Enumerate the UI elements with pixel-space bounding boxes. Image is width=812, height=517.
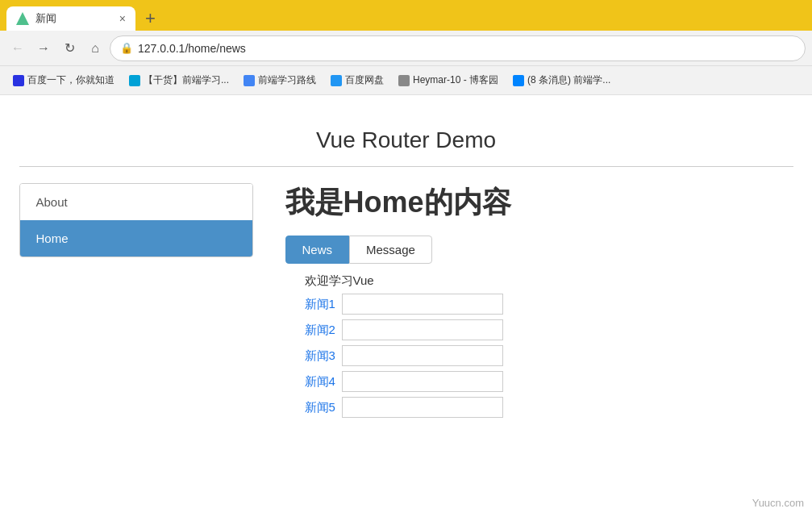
bookmark-favicon-bilibili	[129, 75, 140, 86]
news-link-1[interactable]: 新闻1	[305, 297, 335, 312]
browser-frame: 新闻 × + ← → ↻ ⌂ 🔒 127.0.0.1/home/news 百度一…	[0, 0, 812, 517]
tab-news[interactable]: News	[285, 236, 350, 264]
bookmark-label-pan: 百度网盘	[345, 73, 384, 87]
list-item: 新闻4	[305, 371, 793, 392]
bookmark-favicon-zhihu	[513, 75, 524, 86]
news-detail-box-3	[342, 345, 503, 366]
address-bar: ← → ↻ ⌂ 🔒 127.0.0.1/home/news	[0, 31, 812, 66]
tab-close-button[interactable]: ×	[119, 13, 126, 24]
tab-favicon	[16, 12, 29, 25]
forward-button[interactable]: →	[32, 37, 55, 60]
news-detail-box-2	[342, 319, 503, 340]
news-detail-box-4	[342, 371, 503, 392]
bookmark-favicon-baidu	[13, 75, 24, 86]
address-text: 127.0.0.1/home/news	[138, 42, 795, 55]
news-detail-box-5	[342, 397, 503, 418]
reload-button[interactable]: ↻	[58, 37, 81, 60]
divider	[19, 166, 793, 167]
news-list: 欢迎学习Vue 新闻1 新闻2 新闻3	[285, 273, 793, 418]
list-item: 新闻2	[305, 319, 793, 340]
home-content-title: 我是Home的内容	[285, 183, 793, 223]
active-tab[interactable]: 新闻 ×	[6, 6, 135, 31]
tab-message[interactable]: Message	[349, 236, 432, 264]
list-item: 新闻1	[305, 294, 793, 315]
news-item-welcome: 欢迎学习Vue	[305, 273, 374, 289]
sidebar-nav: About Home	[19, 183, 253, 257]
back-button[interactable]: ←	[6, 37, 29, 60]
app-container: Vue Router Demo About Home 我是Home的内容 New…	[3, 95, 810, 439]
new-tab-button[interactable]: +	[139, 6, 162, 31]
bookmark-favicon-pan	[331, 75, 342, 86]
bookmark-label-heymar: Heymar-10 - 博客园	[413, 73, 498, 87]
sidebar-item-home[interactable]: Home	[20, 220, 252, 256]
page-content: Vue Router Demo About Home 我是Home的内容 New…	[0, 95, 812, 517]
list-item: 新闻3	[305, 345, 793, 366]
watermark: Yuucn.com	[752, 497, 804, 509]
sidebar-item-about[interactable]: About	[20, 184, 252, 220]
news-link-2[interactable]: 新闻2	[305, 323, 335, 338]
lock-icon: 🔒	[120, 42, 133, 54]
right-content: 我是Home的内容 News Message 欢迎学习Vue 新闻1	[285, 183, 793, 423]
sub-tabs: News Message	[285, 236, 793, 264]
bookmark-label-bilibili: 【干货】前端学习...	[144, 73, 229, 87]
address-input-wrap[interactable]: 🔒 127.0.0.1/home/news	[110, 35, 806, 61]
bookmark-label-baidu: 百度一下，你就知道	[27, 73, 115, 87]
bookmarks-bar: 百度一下，你就知道 【干货】前端学习... 前端学习路线 百度网盘 Heymar…	[0, 66, 812, 95]
bookmark-heymar[interactable]: Heymar-10 - 博客园	[392, 70, 505, 90]
bookmark-bilibili[interactable]: 【干货】前端学习...	[123, 70, 235, 90]
bookmark-world[interactable]: 前端学习路线	[237, 70, 323, 90]
app-title: Vue Router Demo	[19, 127, 793, 153]
bookmark-baidu[interactable]: 百度一下，你就知道	[6, 70, 121, 90]
main-layout: About Home 我是Home的内容 News Message 欢迎学习Vu…	[19, 183, 793, 423]
bookmark-pan[interactable]: 百度网盘	[324, 70, 390, 90]
bookmark-favicon-heymar	[398, 75, 410, 86]
tab-title: 新闻	[35, 11, 56, 26]
bookmark-label-world: 前端学习路线	[258, 73, 316, 87]
home-button[interactable]: ⌂	[84, 37, 106, 60]
news-link-5[interactable]: 新闻5	[305, 400, 335, 415]
list-item: 新闻5	[305, 397, 793, 418]
tab-bar: 新闻 × +	[0, 0, 812, 31]
news-link-3[interactable]: 新闻3	[305, 348, 335, 364]
bookmark-favicon-world	[244, 75, 255, 86]
bookmark-label-zhihu: (8 条消息) 前端学...	[527, 73, 610, 87]
list-item: 欢迎学习Vue	[305, 273, 793, 289]
news-detail-box-1	[342, 294, 503, 315]
news-link-4[interactable]: 新闻4	[305, 374, 335, 390]
bookmark-zhihu[interactable]: (8 条消息) 前端学...	[506, 70, 617, 90]
